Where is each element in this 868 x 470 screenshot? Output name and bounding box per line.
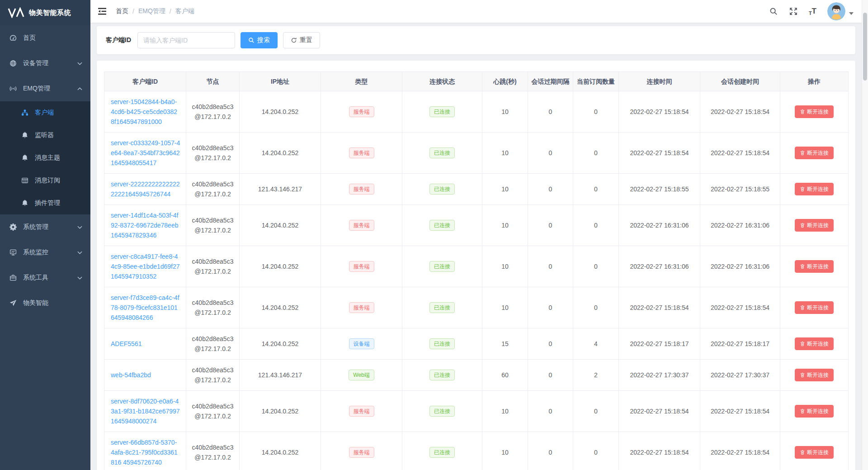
client-id-cell: server-14df1c4a-503f-4f92-8372-69672de78… xyxy=(104,205,186,246)
ip-cell: 14.204.0.252 xyxy=(240,246,321,287)
sidebar-item-label: 监听器 xyxy=(35,131,82,139)
table-row: server-c8ca4917-fee8-44c9-85ee-e1bde1d69… xyxy=(104,246,849,287)
subscription-count-cell: 0 xyxy=(573,391,619,432)
subscription-count-cell: 0 xyxy=(573,174,619,205)
status-badge: 已连接 xyxy=(429,447,455,458)
caret-down-icon[interactable] xyxy=(849,12,854,15)
ip-cell: 14.204.0.252 xyxy=(240,91,321,133)
disconnect-button[interactable]: 断开连接 xyxy=(795,405,834,418)
action-cell: 断开连接 xyxy=(780,91,849,133)
fullscreen-icon[interactable] xyxy=(789,7,798,16)
sidebar-item-plugin-management[interactable]: 插件管理 xyxy=(0,192,90,214)
avatar[interactable] xyxy=(827,2,845,20)
status-cell: 已连接 xyxy=(402,391,482,432)
client-id-link[interactable]: server-f7d3ce89-ca4c-4f78-8079-f9cefc831… xyxy=(111,293,180,323)
subscription-count-cell: 0 xyxy=(573,133,619,174)
sidebar-item-client[interactable]: 客户端 xyxy=(0,101,90,124)
disconnect-button[interactable]: 断开连接 xyxy=(795,446,834,459)
user-menu[interactable] xyxy=(827,2,854,20)
client-id-link[interactable]: server-66db857d-5370-4afa-8c21-795f0cd33… xyxy=(111,437,180,467)
gear-icon xyxy=(9,223,17,231)
reset-button[interactable]: 重置 xyxy=(283,32,320,48)
disconnect-button[interactable]: 断开连接 xyxy=(795,369,834,381)
table-row: ADEF5561c40b2d8ea5c3@172.17.0.214.204.0.… xyxy=(104,328,849,360)
font-size-icon[interactable]: TT xyxy=(809,7,816,16)
disconnect-button[interactable]: 断开连接 xyxy=(795,301,834,314)
send-icon xyxy=(9,299,17,307)
breadcrumb-item[interactable]: 首页 xyxy=(116,7,128,15)
table-row: server-8df70620-e0a6-43a1-9f31-b1842ce67… xyxy=(104,391,849,432)
refresh-icon xyxy=(291,37,297,43)
subscription-count-cell: 0 xyxy=(573,205,619,246)
type-cell: 服务端 xyxy=(321,246,402,287)
sidebar-item-system-tools[interactable]: 系统工具 xyxy=(0,265,90,290)
type-badge: Web端 xyxy=(349,370,374,380)
type-cell: 服务端 xyxy=(321,205,402,246)
type-badge: 服务端 xyxy=(349,261,374,272)
node-cell: c40b2d8ea5c3@172.17.0.2 xyxy=(186,174,240,205)
client-table-card: 客户端ID节点IP地址类型连接状态心跳(秒)会话过期间隔当前订阅数量连接时间会话… xyxy=(97,61,855,470)
client-id-link[interactable]: server-15042844-b4a0-4cd6-b425-ce5cde038… xyxy=(111,97,180,127)
client-id-cell: server-f7d3ce89-ca4c-4f78-8079-f9cefc831… xyxy=(104,287,186,328)
sidebar-item-wumei-smart[interactable]: 物美智能 xyxy=(0,290,90,316)
table-row: server-15042844-b4a0-4cd6-b425-ce5cde038… xyxy=(104,91,849,133)
sidebar-item-system-management[interactable]: 系统管理 xyxy=(0,214,90,240)
sidebar-item-message-subscription[interactable]: 消息订阅 xyxy=(0,169,90,192)
connect-time-cell: 2022-02-27 15:18:54 xyxy=(619,287,700,328)
trash-icon xyxy=(800,408,805,414)
disconnect-button[interactable]: 断开连接 xyxy=(795,105,834,118)
breadcrumb-separator: / xyxy=(132,8,134,15)
sidebar-item-home[interactable]: 首页 xyxy=(0,25,90,51)
disconnect-button[interactable]: 断开连接 xyxy=(795,219,834,232)
heartbeat-cell: 10 xyxy=(482,391,528,432)
alarm-icon xyxy=(21,154,28,162)
sidebar-item-label: 系统监控 xyxy=(23,248,77,256)
search-icon[interactable] xyxy=(769,7,778,16)
client-id-link[interactable]: server-14df1c4a-503f-4f92-8372-69672de78… xyxy=(111,210,180,240)
client-id-cell: server-2222222222222222221645945726744 xyxy=(104,174,186,205)
sidebar-item-listener[interactable]: 监听器 xyxy=(0,124,90,147)
trash-icon xyxy=(800,150,805,156)
scrollbar-thumb[interactable] xyxy=(863,13,867,81)
chevron-down-icon xyxy=(77,251,82,254)
client-id-link[interactable]: web-54fba2bd xyxy=(111,370,151,380)
disconnect-button[interactable]: 断开连接 xyxy=(795,147,834,159)
sidebar-toggle-icon[interactable] xyxy=(98,7,108,16)
logo-icon xyxy=(7,7,25,18)
sidebar-item-message-topic[interactable]: 消息主题 xyxy=(0,147,90,169)
page-scrollbar[interactable] xyxy=(862,0,868,470)
client-id-input[interactable] xyxy=(137,32,235,48)
client-id-link[interactable]: server-c8ca4917-fee8-44c9-85ee-e1bde1d69… xyxy=(111,252,180,281)
column-header: 节点 xyxy=(186,72,240,91)
session-expiry-cell: 0 xyxy=(528,133,573,174)
status-badge: 已连接 xyxy=(429,147,455,158)
search-button[interactable]: 搜索 xyxy=(241,32,278,48)
action-cell: 断开连接 xyxy=(780,287,849,328)
client-id-link[interactable]: server-2222222222222222221645945726744 xyxy=(111,179,180,199)
disconnect-button[interactable]: 断开连接 xyxy=(795,337,834,350)
sidebar-nav: 首页设备管理EMQ管理客户端监听器消息主题消息订阅插件管理系统管理系统监控系统工… xyxy=(0,25,90,316)
sidebar-item-device-management[interactable]: 设备管理 xyxy=(0,51,90,76)
sidebar-item-label: 首页 xyxy=(23,34,82,42)
sidebar-item-system-monitor[interactable]: 系统监控 xyxy=(0,240,90,265)
disconnect-button[interactable]: 断开连接 xyxy=(795,260,834,273)
breadcrumb-separator: / xyxy=(170,8,171,15)
status-badge: 已连接 xyxy=(429,338,455,349)
ip-cell: 14.204.0.252 xyxy=(240,432,321,470)
session-expiry-cell: 0 xyxy=(528,287,573,328)
disconnect-button[interactable]: 断开连接 xyxy=(795,183,834,195)
client-id-link[interactable]: server-c0333249-1057-4e64-8ea7-354bf73c9… xyxy=(111,138,180,168)
client-id-link[interactable]: ADEF5561 xyxy=(111,339,142,349)
client-id-link[interactable]: server-8df70620-e0a6-43a1-9f31-b1842ce67… xyxy=(111,396,180,426)
sidebar-item-label: 系统工具 xyxy=(23,274,77,282)
heartbeat-cell: 10 xyxy=(482,91,528,133)
table-row: server-66db857d-5370-4afa-8c21-795f0cd33… xyxy=(104,432,849,470)
chevron-down-icon xyxy=(77,62,82,65)
action-cell: 断开连接 xyxy=(780,246,849,287)
app-logo[interactable]: 物美智能系统 xyxy=(0,0,90,25)
sidebar-item-emq-management[interactable]: EMQ管理 xyxy=(0,76,90,101)
column-header: 类型 xyxy=(321,72,402,91)
table-row: server-14df1c4a-503f-4f92-8372-69672de78… xyxy=(104,205,849,246)
toolbox-icon xyxy=(9,274,17,282)
client-id-cell: server-15042844-b4a0-4cd6-b425-ce5cde038… xyxy=(104,91,186,133)
